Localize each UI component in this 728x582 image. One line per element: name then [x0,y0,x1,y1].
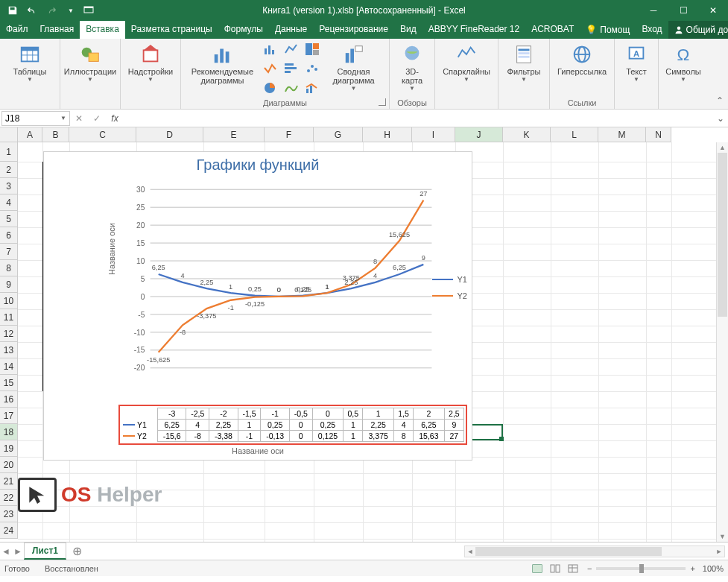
row-header[interactable]: 17 [0,408,18,424]
tab-insert[interactable]: Вставка [80,21,125,39]
tab-formulas[interactable]: Формулы [218,21,269,39]
row-header[interactable]: 23 [0,506,18,522]
collapse-ribbon-icon[interactable]: ⌃ [716,95,724,106]
sheet-nav-next-icon[interactable]: ► [12,546,24,557]
row-header[interactable]: 5 [0,211,18,227]
column-header[interactable]: D [136,127,203,142]
scroll-up-icon[interactable]: ▲ [717,142,728,153]
charts-dialog-launcher-icon[interactable] [379,98,386,106]
name-box[interactable]: J18▼ [1,111,70,126]
plot-area[interactable]: -20-15-10-50510152025306,2542,2510,2500,… [130,182,435,376]
recommended-charts-button[interactable]: Рекомендуемые диаграммы [189,40,256,85]
tab-review[interactable]: Рецензирование [313,21,394,39]
row-header[interactable]: 24 [0,522,18,539]
select-all-corner[interactable] [0,127,18,142]
hyperlink-button[interactable]: Гиперссылка [553,40,611,76]
row-header[interactable]: 3 [0,178,18,194]
zoom-slider[interactable] [596,567,686,570]
tab-acrobat[interactable]: ACROBAT [525,21,580,39]
column-header[interactable]: I [412,127,455,142]
column-header[interactable]: E [203,127,265,142]
accept-formula-icon[interactable]: ✓ [88,113,106,124]
tab-data[interactable]: Данные [269,21,313,39]
row-header[interactable]: 14 [0,358,18,375]
illustrations-button[interactable]: Иллюстрации ▼ [63,40,117,83]
symbols-button[interactable]: Ω Символы ▼ [662,40,705,83]
pivot-chart-button[interactable]: Сводная диаграмма ▼ [326,40,382,92]
column-header[interactable]: F [265,127,314,142]
zoom-in-icon[interactable]: + [690,564,694,573]
maximize-icon[interactable]: ☐ [668,0,698,21]
zoom-out-icon[interactable]: − [587,564,592,573]
row-header[interactable]: 8 [0,260,18,276]
surface-chart-icon[interactable] [282,79,301,97]
row-header[interactable]: 10 [0,293,18,309]
tab-home[interactable]: Главная [34,21,80,39]
row-header[interactable]: 18 [0,424,18,440]
row-header[interactable]: 22 [0,490,18,506]
sheet-tab-active[interactable]: Лист1 [24,543,66,560]
expand-formula-bar-icon[interactable]: ⌄ [713,113,728,124]
row-header[interactable]: 11 [0,309,18,326]
column-chart-icon[interactable] [261,40,280,58]
column-header[interactable]: M [598,127,646,142]
row-header[interactable]: 6 [0,227,18,244]
chart-data-table[interactable]: -3-2,5-2-1,5-1-0,500,511,522,5Y16,2542,2… [118,405,467,445]
new-sheet-icon[interactable]: ⊕ [66,544,88,558]
row-header[interactable]: 13 [0,342,18,358]
scroll-thumb[interactable] [718,153,727,317]
column-header[interactable]: J [455,127,503,142]
row-header[interactable]: 7 [0,244,18,260]
scroll-right-icon[interactable]: ► [714,546,724,557]
row-header[interactable]: 21 [0,473,18,490]
normal-view-icon[interactable] [529,562,545,575]
bar-chart-icon[interactable] [282,60,301,78]
line-chart-icon[interactable] [282,40,301,58]
x-axis-title[interactable]: Название оси [44,446,472,455]
y-axis-title[interactable]: Название оси [107,223,116,275]
scroll-down-icon[interactable]: ▼ [717,531,728,542]
save-icon[interactable] [4,2,21,19]
row-header[interactable]: 1 [0,142,18,162]
column-header[interactable]: A [18,127,42,142]
share-button[interactable]: Общий доступ [668,21,728,39]
tab-abbyy[interactable]: ABBYY FineReader 12 [422,21,526,39]
row-header[interactable]: 4 [0,194,18,211]
tab-file[interactable]: Файл [0,21,34,39]
undo-icon[interactable] [24,2,40,19]
combo-chart-icon[interactable] [303,79,322,97]
row-header[interactable]: 16 [0,391,18,408]
3d-map-button[interactable]: 3D- карта ▼ [393,40,431,92]
tell-me-input[interactable]: 💡 Помощ [580,21,636,39]
column-header[interactable]: C [69,127,136,142]
column-header[interactable]: L [551,127,598,142]
page-break-view-icon[interactable] [565,562,581,575]
addins-button[interactable]: Надстройки ▼ [124,40,177,83]
formula-input[interactable] [124,112,713,125]
column-header[interactable]: K [503,127,551,142]
redo-icon[interactable] [43,2,60,19]
text-button[interactable]: A Текст ▼ [618,40,655,83]
minimize-icon[interactable]: ─ [639,0,668,21]
row-header[interactable]: 2 [0,162,18,178]
column-header[interactable]: B [42,127,69,142]
qat-customize-icon[interactable]: ▼ [63,2,79,19]
horizontal-scrollbar[interactable]: ◄ ► [464,545,725,557]
worksheet-grid[interactable]: ABCDEFGHIJKLMN 1234567891011121314151617… [0,127,728,542]
hierarchy-chart-icon[interactable] [261,60,280,78]
ribbon-display-options-icon[interactable] [79,5,98,16]
vertical-scrollbar[interactable]: ▲ ▼ [716,142,728,542]
tab-view[interactable]: Вид [394,21,422,39]
row-header[interactable]: 15 [0,375,18,391]
hscroll-thumb[interactable] [475,547,662,556]
column-header[interactable]: N [646,127,671,142]
cancel-formula-icon[interactable]: ✕ [70,113,88,124]
scroll-left-icon[interactable]: ◄ [465,546,475,557]
embedded-chart[interactable]: Графики функций Название оси -20-15-10-5… [43,151,472,461]
row-header[interactable]: 19 [0,440,18,457]
fx-icon[interactable]: fx [106,113,124,124]
tables-button[interactable]: Таблицы ▼ [3,40,57,83]
column-header[interactable]: H [363,127,412,142]
column-header[interactable]: G [314,127,363,142]
chart-title[interactable]: Графики функций [44,152,472,175]
